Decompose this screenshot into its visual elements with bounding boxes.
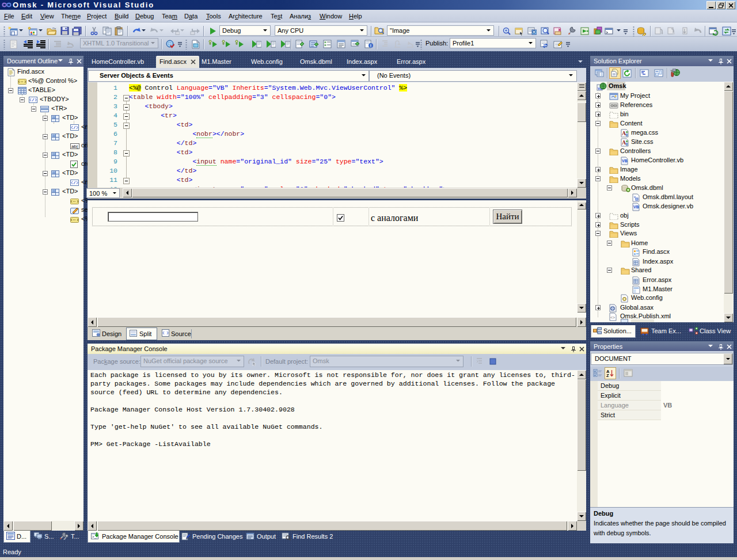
svg-text:A: A <box>622 130 626 136</box>
svg-text:A: A <box>622 139 626 146</box>
svg-text:ab|: ab| <box>71 144 78 149</box>
svg-text:!: ! <box>370 43 371 48</box>
svg-text:<>: <> <box>610 315 615 319</box>
svg-text:VB: VB <box>622 159 628 163</box>
svg-text:VB: VB <box>633 205 639 209</box>
svg-text:Z: Z <box>606 373 609 378</box>
